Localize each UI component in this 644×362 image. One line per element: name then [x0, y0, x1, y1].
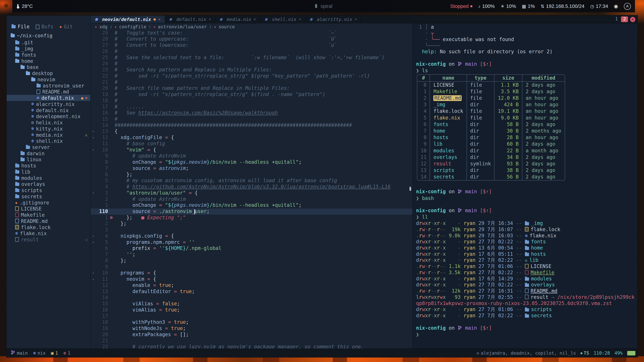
code-line[interactable]: 6 prefix = ''${HOME}/.npm-global: [91, 245, 412, 252]
tree-item[interactable]: lib: [6, 169, 90, 175]
code-line[interactable]: 3: [91, 227, 412, 233]
code-line[interactable]: ▾4 nixpkgs.config = {: [91, 233, 412, 239]
breadcrumb-item[interactable]: source: [218, 24, 235, 29]
sidebar-tab-bufs[interactable]: Bufs: [36, 24, 53, 29]
sidebar-tab-file[interactable]: File: [12, 24, 30, 29]
code-line[interactable]: 28 # Convert to uppercase: `U`: [91, 36, 412, 42]
diagnostic-error-count[interactable]: ⊗ 1: [64, 350, 70, 356]
brightness-widget[interactable]: ☀ 10%: [500, 3, 516, 9]
editor-tab[interactable]: ❄alacritty.nix✕: [306, 15, 362, 23]
code-line[interactable]: 5 # my cusotom astronvim config, astronv…: [91, 178, 412, 184]
tree-item[interactable]: flake.lock: [6, 224, 90, 230]
tree-item[interactable]: hosts: [6, 163, 90, 169]
breadcrumb-item[interactable]: configFile: [119, 24, 146, 29]
tree-item[interactable]: darwin: [6, 150, 90, 156]
code-line[interactable]: 27 # Convert to lowercase: `u`: [91, 42, 412, 48]
tree-item[interactable]: server: [6, 144, 90, 150]
tree-item[interactable]: neovim: [6, 76, 90, 83]
code-line[interactable]: 7 source = astronvim;: [91, 165, 412, 172]
code-line[interactable]: 1⊗ }; ■ Expecting ";": [91, 215, 412, 221]
tab-close-icon[interactable]: ✕: [209, 17, 211, 21]
tree-item[interactable]: ❄development.nix: [6, 113, 90, 119]
tree-item[interactable]: README.md: [6, 89, 90, 95]
code-line[interactable]: 22 # currently we use lazy.nvim as neovi…: [91, 344, 412, 349]
tree-item[interactable]: ❄shell.nix: [6, 138, 90, 144]
editor-tab[interactable]: ❄media.nix✕: [216, 15, 260, 23]
editor[interactable]: ❖xdg❯❖configFile❯❖astronvim/lua/user❯❖so…: [91, 23, 412, 349]
tab-close-icon[interactable]: ✕: [299, 17, 301, 21]
code-line[interactable]: 2 };: [91, 221, 412, 227]
code-line[interactable]: 20 # Search file name pattern and Replac…: [91, 85, 412, 91]
tree-item[interactable]: linux: [6, 156, 90, 163]
tab-page-2[interactable]: 2: [621, 16, 628, 22]
code-line[interactable]: 2 # update AstroNvim: [91, 196, 412, 202]
tree-item[interactable]: README.md: [6, 218, 90, 224]
code-line[interactable]: 15 #: [91, 116, 412, 122]
close-icon[interactable]: ✕: [630, 16, 636, 22]
tree-item[interactable]: secrets: [6, 193, 90, 199]
code-line[interactable]: ▾10 programs = {: [91, 270, 412, 276]
tab-close-icon[interactable]: ✕: [254, 17, 256, 21]
editor-tab[interactable]: ❄default.nix✕: [165, 15, 216, 23]
code-line[interactable]: 16 vimAlias = true;: [91, 307, 412, 313]
code-line[interactable]: ▾12 xdg.configFile = {: [91, 135, 412, 141]
tree-item[interactable]: Makefile: [6, 212, 90, 218]
code-line[interactable]: 11 # base config: [91, 141, 412, 147]
code-line[interactable]: 13 defaultEditor = true;: [91, 289, 412, 295]
code-line[interactable]: 110 source = ./astronvim_user;: [91, 209, 412, 215]
code-line[interactable]: ▾3 "astronvim/lua/user" = {: [91, 190, 412, 196]
diagnostic-warning-count[interactable]: ▣ 1: [51, 350, 58, 356]
tab-close-icon[interactable]: ✕: [355, 17, 357, 21]
code-line[interactable]: 24 #: [91, 61, 412, 67]
breadcrumb-item[interactable]: xdg: [99, 24, 108, 29]
tree-item[interactable]: _img: [6, 45, 90, 52]
code-line[interactable]: ▾13 {: [91, 129, 412, 135]
cpu-widget[interactable]: ▦ 1%: [522, 3, 535, 9]
filetype-indicator[interactable]: ❄ nix: [33, 350, 46, 356]
code-area[interactable]: 29 # Toggle text's case: `~`28 # Convert…: [91, 30, 412, 349]
tree-item[interactable]: ❄kitty.nix: [6, 125, 90, 132]
nixos-logo-icon[interactable]: ❄: [4, 2, 8, 9]
code-line[interactable]: 19 # sed -ri "s/pattern_str/replace_str/…: [91, 91, 412, 98]
code-line[interactable]: 8 onChange = "${pkgs.neovim}/bin/nvim --…: [91, 159, 412, 165]
code-line[interactable]: 19 withNodeJs = true;: [91, 326, 412, 332]
tree-item[interactable]: ⚙helix.nix: [6, 119, 90, 126]
tree-root[interactable]: ~/nix-config: [6, 32, 90, 39]
code-line[interactable]: 12 enable = true;: [91, 282, 412, 289]
code-line[interactable]: 15 viAlias = false;: [91, 301, 412, 307]
code-line[interactable]: 4 # https://github.com/AstroNvim/AstroNv…: [91, 184, 412, 190]
breadcrumb-item[interactable]: astronvim/lua/user: [158, 24, 207, 29]
code-line[interactable]: 21 #: [91, 79, 412, 85]
sidebar-tab-git[interactable]: ◆Git: [60, 24, 73, 29]
tab-close-icon[interactable]: ✕: [158, 17, 160, 21]
tree-item[interactable]: fonts: [6, 52, 90, 58]
tree-item[interactable]: ❄flake.nix: [6, 230, 90, 237]
code-line[interactable]: 8 };: [91, 258, 412, 264]
code-line[interactable]: 1 onChange = "${pkgs.neovim}/bin/nvim --…: [91, 202, 412, 209]
temperature-widget[interactable]: 28°C: [17, 3, 33, 9]
code-line[interactable]: 20 extraPackages = [];: [91, 332, 412, 338]
terminal-pane[interactable]: 1 │ a · ┬ · ╰── executable was not found…: [412, 23, 638, 349]
tree-item[interactable]: ❄default.nix●⊗: [6, 95, 90, 101]
tree-item[interactable]: base: [6, 64, 90, 70]
tab-page-1[interactable]: 1: [613, 16, 620, 22]
tree-item[interactable]: result○: [6, 237, 90, 243]
tree-item[interactable]: overlays: [6, 181, 90, 187]
code-line[interactable]: ▾11 neovim = {: [91, 276, 412, 282]
volume-widget[interactable]: ♪ 100%: [478, 3, 495, 9]
tree-item[interactable]: modules: [6, 175, 90, 181]
code-line[interactable]: 25 # Save the selected text to a file: `…: [91, 55, 412, 61]
code-line[interactable]: ▾10 "nvim" = {: [91, 147, 412, 153]
code-line[interactable]: 16 # See https://astronvim.com/Basic%20U…: [91, 110, 412, 116]
code-line[interactable]: 29 # Toggle text's case: `~`: [91, 30, 412, 36]
tree-item[interactable]: desktop: [6, 70, 90, 76]
tree-item[interactable]: LICENSE: [6, 206, 90, 212]
git-branch-indicator[interactable]: main: [11, 350, 28, 356]
clock-widget[interactable]: ◷ 17:34: [590, 3, 608, 9]
network-widget[interactable]: ⇅ 192.168.5.100/24: [540, 3, 584, 9]
code-line[interactable]: 18 withPython3 = true;: [91, 319, 412, 326]
code-line[interactable]: 26 #: [91, 48, 412, 55]
scrollbar-thumb[interactable]: [410, 187, 411, 191]
tree-item[interactable]: ❄default.nix: [6, 107, 90, 113]
tree-item[interactable]: ◆.gitignore: [6, 199, 90, 206]
